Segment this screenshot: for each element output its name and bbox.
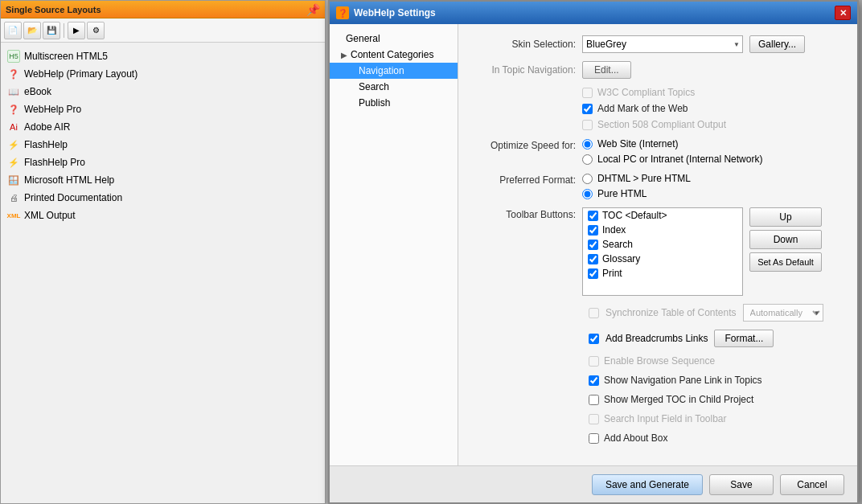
toc-checkbox[interactable] — [588, 211, 598, 221]
section508-checkbox[interactable] — [582, 120, 593, 130]
up-button[interactable]: Up — [749, 207, 822, 227]
search-input-field-checkbox[interactable] — [589, 414, 599, 424]
format-button[interactable]: Format... — [714, 330, 774, 347]
search-label: Search — [359, 81, 389, 92]
search-checkbox[interactable] — [588, 240, 598, 250]
merged-toc-inner: Show Merged TOC in Child Project — [589, 394, 753, 405]
add-about-box-label: Add About Box — [604, 432, 667, 444]
toolbar-buttons-row: Toolbar Buttons: TOC <Default> Index — [471, 207, 844, 296]
left-item-label: Printed Documentation — [24, 192, 122, 203]
general-label: General — [346, 33, 380, 44]
toolbar-side-buttons: Up Down Set As Default — [749, 207, 822, 272]
glossary-checkbox[interactable] — [588, 254, 598, 264]
skin-select-wrapper: BlueGrey — [582, 35, 743, 53]
search-input-field-row: Search Input Field in Toolbar — [471, 413, 844, 424]
checkbox-group: W3C Compliant Topics Add Mark of the Web… — [582, 87, 844, 130]
toolbar-sep — [64, 23, 64, 38]
close-button[interactable]: ✕ — [835, 6, 851, 20]
left-item-flashHelpPro[interactable]: ⚡ FlashHelp Pro — [1, 154, 325, 171]
sidebar-item-search[interactable]: Search — [330, 79, 458, 95]
multiscreen-icon: H5 — [7, 50, 20, 63]
gallery-button[interactable]: Gallery... — [749, 35, 805, 53]
enable-browse-row: Enable Browse Sequence — [471, 355, 844, 367]
generate-btn[interactable]: ▶ — [68, 22, 85, 39]
web-site-label: Web Site (Internet) — [597, 138, 679, 150]
navigation-label: Navigation — [359, 65, 404, 76]
left-item-xmlOutput[interactable]: XML XML Output — [1, 207, 325, 224]
left-item-adobeAir[interactable]: Ai Adobe AIR — [1, 118, 325, 136]
edit-button[interactable]: Edit... — [582, 61, 631, 79]
webhelpstar-icon: ❓ — [7, 68, 20, 80]
set-as-default-button[interactable]: Set As Default — [749, 252, 822, 272]
print-item[interactable]: Print — [583, 266, 742, 281]
open-btn[interactable]: 📂 — [23, 22, 41, 39]
w3c-label: W3C Compliant Topics — [597, 87, 695, 98]
sidebar-item-navigation[interactable]: Navigation — [330, 63, 458, 79]
auto-select-wrapper: Automatically — [743, 304, 823, 322]
web-site-radio[interactable] — [582, 139, 593, 150]
toc-item[interactable]: TOC <Default> — [583, 208, 742, 223]
print-checkbox[interactable] — [588, 268, 598, 279]
optimize-speed-label: Optimize Speed for: — [471, 138, 576, 151]
sidebar-item-general[interactable]: General — [330, 31, 458, 47]
add-about-box-checkbox[interactable] — [589, 433, 599, 444]
skin-selection-row: Skin Selection: BlueGrey Gallery... — [471, 35, 844, 53]
left-panel-content: H5 Multiscreen HTML5 ❓ WebHelp (Primary … — [1, 43, 325, 229]
left-item-flashHelp[interactable]: ⚡ FlashHelp — [1, 136, 325, 154]
left-item-webhelp[interactable]: ❓ WebHelp (Primary Layout) — [1, 65, 325, 83]
left-item-ebook[interactable]: 📖 eBook — [1, 83, 325, 100]
glossary-item[interactable]: Glossary — [583, 252, 742, 266]
show-merged-toc-checkbox[interactable] — [589, 395, 599, 405]
save-and-generate-button[interactable]: Save and Generate — [592, 474, 703, 495]
sync-row: Synchronize Table of Contents Automatica… — [471, 304, 844, 322]
left-item-printedDoc[interactable]: 🖨 Printed Documentation — [1, 189, 325, 207]
dhtml-radio[interactable] — [582, 174, 593, 184]
mark-web-checkbox[interactable] — [582, 104, 593, 114]
save-btn[interactable]: 💾 — [43, 22, 60, 39]
breadcrumbs-checkbox[interactable] — [589, 334, 599, 344]
left-panel-titlebar: Single Source Layouts 📌 — [1, 1, 325, 18]
left-item-webhelpPro[interactable]: ❓ WebHelp Pro — [1, 100, 325, 118]
breadcrumbs-row: Add Breadcrumbs Links Format... — [471, 330, 844, 347]
left-panel: Single Source Layouts 📌 📄 📂 💾 ▶ ⚙ H5 Mul… — [0, 0, 326, 504]
index-item[interactable]: Index — [583, 223, 742, 237]
w3c-row: W3C Compliant Topics — [582, 87, 844, 98]
dialog-main: Skin Selection: BlueGrey Gallery... In T… — [458, 24, 857, 465]
skin-select[interactable]: BlueGrey — [582, 35, 743, 53]
pin-icon[interactable]: 📌 — [306, 3, 320, 16]
mark-web-label: Add Mark of the Web — [597, 103, 688, 114]
pure-html-label: Pure HTML — [597, 188, 646, 199]
toolbar-buttons-section: TOC <Default> Index Search Glossary — [582, 207, 822, 296]
content-categories-label: Content Categories — [351, 49, 433, 60]
save-button[interactable]: Save — [709, 474, 774, 495]
properties-btn[interactable]: ⚙ — [87, 22, 105, 39]
search-label: Search — [602, 239, 633, 250]
sync-checkbox[interactable] — [589, 308, 599, 318]
local-pc-radio[interactable] — [582, 154, 593, 165]
left-item-multiscreen[interactable]: H5 Multiscreen HTML5 — [1, 47, 325, 65]
show-merged-toc-row: Show Merged TOC in Child Project — [471, 394, 844, 405]
pure-html-radio[interactable] — [582, 189, 593, 199]
sidebar-item-publish[interactable]: Publish — [330, 95, 458, 111]
enable-browse-checkbox[interactable] — [589, 356, 599, 367]
dialog-footer: Save and Generate Save Cancel — [330, 465, 857, 502]
left-item-label: FlashHelp — [24, 139, 68, 150]
local-pc-row: Local PC or Intranet (Internal Network) — [582, 154, 762, 165]
publish-label: Publish — [359, 97, 390, 109]
preferred-format-row: Preferred Format: DHTML > Pure HTML Pure… — [471, 173, 844, 199]
down-button[interactable]: Down — [749, 230, 822, 249]
toolbar-buttons-label: Toolbar Buttons: — [471, 207, 576, 220]
dhtml-row: DHTML > Pure HTML — [582, 173, 691, 184]
search-item[interactable]: Search — [583, 237, 742, 252]
index-checkbox[interactable] — [588, 225, 598, 236]
show-nav-pane-checkbox[interactable] — [589, 375, 599, 386]
cancel-button[interactable]: Cancel — [780, 474, 844, 495]
sidebar-item-content-categories[interactable]: ▶ Content Categories — [330, 47, 458, 63]
dialog-sidebar: General ▶ Content Categories Navigation … — [330, 24, 458, 465]
local-pc-label: Local PC or Intranet (Internal Network) — [597, 154, 762, 165]
auto-select[interactable]: Automatically — [743, 304, 823, 322]
in-topic-nav-row: In Topic Navigation: Edit... — [471, 61, 844, 79]
w3c-checkbox[interactable] — [582, 88, 593, 98]
left-item-msHtmlHelp[interactable]: 🪟 Microsoft HTML Help — [1, 171, 325, 189]
new-btn[interactable]: 📄 — [4, 22, 22, 39]
